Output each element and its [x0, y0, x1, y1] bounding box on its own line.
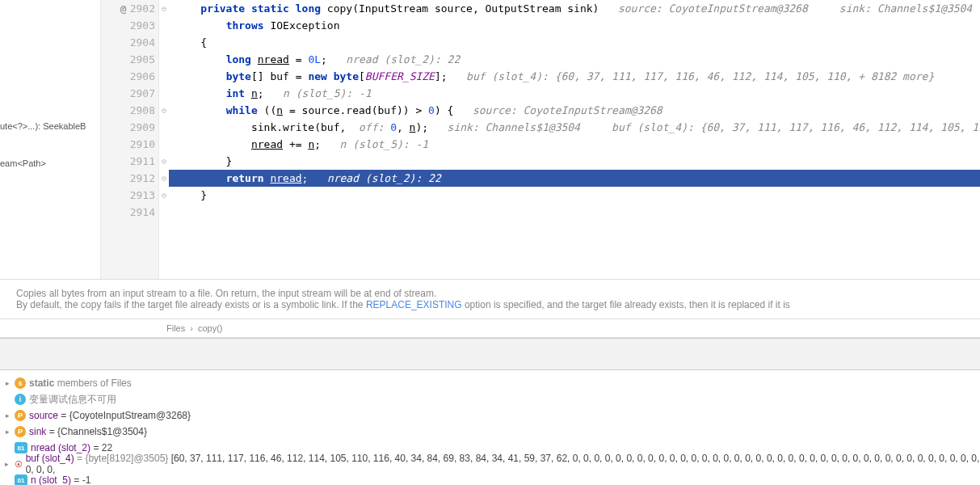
struct-item[interactable]: eam<Path> — [0, 157, 100, 170]
crumb-method[interactable]: copy() — [198, 323, 223, 333]
line-number[interactable]: 2903 — [101, 17, 158, 34]
var-static[interactable]: ▸sstatic members of Files — [0, 375, 980, 391]
fold-handle — [159, 119, 169, 136]
doc-link[interactable]: REPLACE_EXISTING — [366, 299, 462, 310]
crumb-class[interactable]: Files — [166, 323, 185, 333]
line-number[interactable]: 2910 — [101, 136, 158, 153]
code-line[interactable]: sink.write(buf, off: 0, n); sink: Channe… — [169, 119, 980, 136]
code-area[interactable]: private static long copy(InputStream sou… — [169, 0, 980, 279]
fold-handle[interactable]: ⊖ — [159, 102, 169, 119]
fold-handle — [159, 17, 169, 34]
doc-line: By default, the copy fails if the target… — [16, 299, 964, 310]
editor-zone: ute<?>...): SeekableB eam<Path> @2902290… — [0, 0, 980, 279]
code-line[interactable]: int n; n (slot_5): -1 — [169, 85, 980, 102]
variables-panel[interactable]: ▸sstatic members of Files i变量调试信息不可用 ▸Ps… — [0, 370, 980, 485]
fold-handle[interactable]: ⊖ — [159, 187, 169, 204]
line-number[interactable]: 2914 — [101, 204, 158, 221]
fold-handle — [159, 85, 169, 102]
fold-handle[interactable]: ⊖ — [159, 0, 169, 17]
line-number[interactable]: @2902 — [101, 0, 158, 17]
var-buf[interactable]: ▸⦿buf (slot_4) = {byte[8192]@3505} [60, … — [0, 456, 980, 472]
doc-line: Copies all bytes from an input stream to… — [16, 288, 964, 299]
crumb-sep: › — [190, 323, 193, 333]
code-line[interactable]: long nread = 0L; nread (slot_2): 22 — [169, 51, 980, 68]
breadcrumb[interactable]: Files › copy() — [0, 318, 980, 338]
fold-column[interactable]: ⊖⊖⊖⊖⊖ — [159, 0, 169, 279]
line-number[interactable]: 2909 — [101, 119, 158, 136]
code-line[interactable]: return nread; nread (slot_2): 22 — [169, 170, 980, 187]
debugger-toolbar[interactable] — [0, 338, 980, 370]
code-line[interactable]: byte[] buf = new byte[BUFFER_SIZE]; buf … — [169, 68, 980, 85]
struct-item[interactable]: ute<?>...): SeekableB — [0, 120, 100, 133]
var-info: i变量调试信息不可用 — [0, 391, 980, 407]
var-source[interactable]: ▸Psource = {CoyoteInputStream@3268} — [0, 407, 980, 424]
line-number[interactable]: 2906 — [101, 68, 158, 85]
fold-handle — [159, 204, 169, 221]
line-number[interactable]: 2913 — [101, 187, 158, 204]
line-number[interactable]: 2907 — [101, 85, 158, 102]
code-line[interactable]: throws IOException — [169, 17, 980, 34]
line-number[interactable]: 2905 — [101, 51, 158, 68]
code-line[interactable]: { — [169, 34, 980, 51]
line-number[interactable]: 2912 — [101, 170, 158, 187]
code-line[interactable]: } — [169, 153, 980, 170]
code-line[interactable]: nread += n; n (slot_5): -1 — [169, 136, 980, 153]
javadoc-panel: Copies all bytes from an input stream to… — [0, 279, 980, 318]
code-line[interactable]: private static long copy(InputStream sou… — [169, 0, 980, 17]
fold-handle — [159, 68, 169, 85]
structure-sidebar[interactable]: ute<?>...): SeekableB eam<Path> — [0, 0, 101, 279]
fold-handle — [159, 34, 169, 51]
fold-handle[interactable]: ⊖ — [159, 170, 169, 187]
line-gutter[interactable]: @290229032904290529062907290829092910291… — [101, 0, 159, 279]
line-number[interactable]: 2911 — [101, 153, 158, 170]
fold-handle[interactable]: ⊖ — [159, 153, 169, 170]
code-line[interactable] — [169, 204, 980, 221]
code-line[interactable]: while ((n = source.read(buf)) > 0) { sou… — [169, 102, 980, 119]
var-sink[interactable]: ▸Psink = {Channels$1@3504} — [0, 424, 980, 440]
line-number[interactable]: 2904 — [101, 34, 158, 51]
code-line[interactable]: } — [169, 187, 980, 204]
fold-handle — [159, 136, 169, 153]
line-number[interactable]: 2908 — [101, 102, 158, 119]
fold-handle — [159, 51, 169, 68]
